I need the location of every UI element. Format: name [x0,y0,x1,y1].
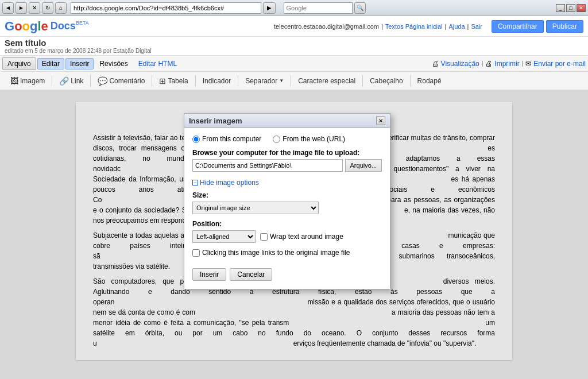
doc-body: Sociedade da Informação Assistir à telev… [0,90,588,379]
toolbar-separator-1 [52,75,52,87]
search-button[interactable]: 🔍 [354,2,366,14]
insert-separador-btn[interactable]: Separador ▼ [239,75,289,87]
toolbar-separator-2 [90,75,91,87]
close-window-button[interactable]: ✕ [577,4,586,12]
menu-bar: Arquivo Editar Inserir Revisões Editar H… [0,56,588,72]
back-button[interactable]: ◄ [2,2,14,14]
insert-imagem-btn[interactable]: 🖼 Imagem [5,75,51,87]
cancelar-button[interactable]: Cancelar [230,268,272,281]
links-checkbox[interactable] [192,249,200,257]
table-icon: ⊞ [159,76,166,86]
radio-computer-label[interactable]: From this computer [192,135,261,143]
logo-docs-text: Docs [51,20,76,32]
window-controls: _ □ ✕ [556,4,586,12]
hide-options-link[interactable]: − Hide image options [192,179,382,187]
insert-comentario-btn[interactable]: 💬 Comentário [92,75,150,87]
menu-inserir[interactable]: Inserir [65,58,94,69]
doc-title: Sem título [5,38,583,48]
search-box[interactable] [284,2,353,14]
browse-section-label: Browse your computer for the image file … [192,149,382,157]
links-row: Clicking this image links to the origina… [192,249,382,257]
toolbar-separator-6 [291,75,291,87]
links-label: Clicking this image links to the origina… [202,249,350,257]
menu-editar[interactable]: Editar [37,58,64,69]
size-select[interactable]: Original image size [192,202,319,214]
menu-editar-html[interactable]: Editar HTML [134,58,181,69]
logo-o2: o [22,19,30,33]
printer-icon: 🖨 [432,60,439,68]
logo-o1: o [14,19,22,33]
doc-subtitle: editado em 5 de março de 2008 22:48 por … [5,48,583,54]
minus-icon: − [192,180,198,185]
print-icon: 🖨 [485,60,492,68]
insert-caractere-btn[interactable]: Caractere especial [292,75,361,87]
email-icon: ✉ [525,60,531,68]
menu-arquivo[interactable]: Arquivo [2,57,36,70]
position-row: Left-aligned Wrap text around image [192,230,382,243]
menu-revisoes[interactable]: Revisões [95,58,132,69]
source-radio-group: From this computer From the web (URL) [192,135,382,143]
radio-web[interactable] [273,136,280,143]
forward-button[interactable]: ► [16,2,27,14]
inserir-button[interactable]: Inserir [192,268,226,281]
dropdown-arrow-icon: ▼ [279,78,284,83]
image-icon: 🖼 [10,76,18,86]
browse-row: Arquivo... [192,159,382,172]
toolbar-separator-8 [410,75,411,87]
insert-toolbar: 🖼 Imagem 🔗 Link 💬 Comentário ⊞ Tabela In… [0,72,588,90]
app-logo: Google Docs BETA [5,19,89,34]
link-textos[interactable]: Textos Página inicial [385,23,443,30]
insert-rodape-btn[interactable]: Rodapé [412,75,447,87]
link-icon: 🔗 [59,76,69,86]
maximize-button[interactable]: □ [566,4,575,12]
insert-indicador-btn[interactable]: Indicador [197,75,237,87]
dialog-close-button[interactable]: ✕ [376,116,385,125]
logo-e: e [41,19,48,33]
visualizacao-link[interactable]: Visualização [441,60,479,68]
wrap-text-label[interactable]: Wrap text around image [260,233,343,241]
position-section-label: Position: [192,220,382,228]
radio-web-label[interactable]: From the web (URL) [273,135,345,143]
address-bar[interactable] [71,2,261,14]
toolbar-separator-5 [238,75,238,87]
user-info: telecentro.estacao.digital@gmail.com | T… [274,20,583,33]
logo-g2: g [30,19,37,33]
go-button[interactable]: ▶ [263,2,276,14]
insert-image-dialog: Inserir imagem ✕ From this computer From… [184,113,390,289]
dialog-body: From this computer From the web (URL) Br… [184,128,390,289]
home-button[interactable]: ⌂ [55,2,67,14]
toolbar-separator-4 [195,75,196,87]
minimize-button[interactable]: _ [556,4,565,12]
insert-link-btn[interactable]: 🔗 Link [53,75,89,87]
comment-icon: 💬 [98,76,107,86]
app-header: Google Docs BETA telecentro.estacao.digi… [0,16,588,37]
size-section-label: Size: [192,191,382,199]
enviar-email-link[interactable]: Enviar por e-mail [533,60,586,68]
doc-title-bar: Sem título editado em 5 de março de 2008… [0,37,588,56]
dialog-title: Inserir imagem [189,117,242,125]
user-email: telecentro.estacao.digital@gmail.com [274,23,379,30]
compartilhar-button[interactable]: Compartilhar [492,20,544,33]
logo-g: G [5,19,14,33]
logo-beta-text: BETA [76,20,89,26]
insert-tabela-btn[interactable]: ⊞ Tabela [153,75,194,87]
dialog-btn-row: Inserir Cancelar [192,265,382,282]
stop-button[interactable]: ✕ [29,2,40,14]
wrap-text-checkbox[interactable] [260,233,268,241]
browse-input[interactable] [192,159,343,172]
browse-button[interactable]: Arquivo... [345,159,382,172]
browser-toolbar: ◄ ► ✕ ↻ ⌂ ▶ 🔍 _ □ ✕ [0,0,588,16]
browser-window: ◄ ► ✕ ↻ ⌂ ▶ 🔍 _ □ ✕ Google Docs BETA [0,0,588,379]
imprimir-link[interactable]: Imprimir [494,60,519,68]
insert-cabecalho-btn[interactable]: Cabeçalho [364,75,408,87]
link-sair[interactable]: Sair [471,23,482,30]
toolbar-separator-3 [152,75,152,87]
position-select[interactable]: Left-aligned [192,230,256,243]
refresh-button[interactable]: ↻ [42,2,53,14]
dialog-titlebar: Inserir imagem ✕ [184,114,390,128]
radio-computer[interactable] [192,136,200,143]
toolbar-separator-7 [362,75,363,87]
publicar-button[interactable]: Publicar [546,20,583,33]
link-ajuda[interactable]: Ajuda [448,23,465,30]
